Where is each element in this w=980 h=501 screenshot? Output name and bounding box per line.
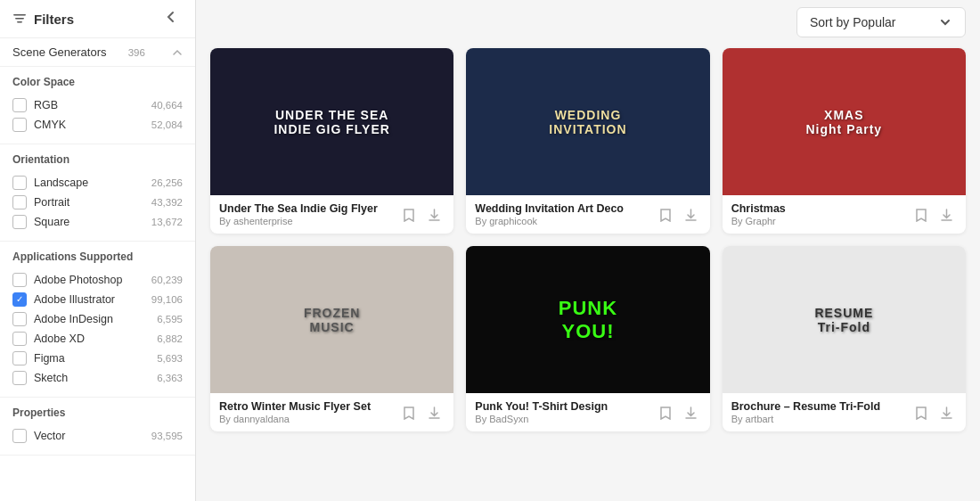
filter-label-square: Square — [34, 216, 69, 228]
card-image-card1: UNDER THE SEA INDIE GIG FLYER — [210, 48, 453, 195]
download-button-card5[interactable] — [681, 402, 701, 423]
svg-rect-1 — [15, 18, 24, 20]
filter-checkbox-landscape[interactable] — [12, 176, 27, 190]
filter-item-rgb[interactable]: RGB40,664 — [12, 95, 183, 115]
filter-checkbox-sketch[interactable] — [12, 371, 27, 385]
filter-checkbox-indesign[interactable] — [12, 312, 27, 326]
properties-items: Vector93,595 — [12, 426, 183, 446]
card-image-card3: XMAS Night Party — [723, 48, 966, 195]
properties-section: Properties Vector93,595 — [0, 398, 195, 456]
download-button-card2[interactable] — [681, 204, 701, 226]
filter-checkbox-xd[interactable] — [12, 332, 27, 346]
filter-count-indesign: 6,595 — [157, 314, 183, 324]
filter-label-illustrator: Adobe Illustrator — [34, 293, 115, 306]
filter-item-landscape[interactable]: Landscape26,256 — [12, 173, 183, 193]
download-button-card1[interactable] — [424, 204, 445, 226]
card-image-card6: RESUME Tri-Fold — [723, 246, 966, 393]
card-footer-card2: Wedding Invitation Art DecoBy graphicook — [466, 195, 709, 234]
filter-checkbox-square[interactable] — [12, 215, 27, 229]
filter-label-figma: Figma — [34, 352, 65, 365]
filter-item-left-indesign: Adobe InDesign — [12, 312, 113, 326]
cards-grid: UNDER THE SEA INDIE GIG FLYERUnder The S… — [210, 48, 966, 431]
filter-item-indesign[interactable]: Adobe InDesign6,595 — [12, 309, 183, 329]
card-image-text-card2: WEDDING INVITATION — [540, 99, 635, 145]
card-actions-card5 — [656, 402, 701, 423]
filter-item-portrait[interactable]: Portrait43,392 — [12, 193, 183, 212]
svg-rect-0 — [13, 14, 26, 16]
filter-count-cmyk: 52,084 — [151, 119, 183, 130]
card-info-card1: Under The Sea Indie Gig FlyerBy ashenter… — [219, 202, 399, 226]
bookmark-button-card3[interactable] — [911, 204, 931, 226]
filter-checkbox-cmyk[interactable] — [12, 118, 27, 132]
filter-checkbox-vector[interactable] — [12, 429, 27, 443]
filter-item-xd[interactable]: Adobe XD6,882 — [12, 329, 183, 349]
collapse-sidebar-button[interactable] — [159, 9, 183, 29]
card-actions-card3 — [911, 204, 957, 226]
download-icon — [940, 406, 953, 420]
filter-item-cmyk[interactable]: CMYK52,084 — [12, 115, 183, 135]
sidebar: Filters Scene Generators 396 Color Space… — [0, 0, 196, 501]
sidebar-title: Filters — [12, 12, 74, 27]
card-card2: WEDDING INVITATIONWedding Invitation Art… — [466, 48, 709, 234]
filter-item-figma[interactable]: Figma5,693 — [12, 349, 183, 368]
sort-dropdown[interactable]: Sort by Popular — [796, 7, 966, 37]
sidebar-header: Filters — [0, 0, 195, 38]
bookmark-icon — [403, 406, 415, 420]
filter-item-left-xd: Adobe XD — [12, 332, 85, 346]
filter-count-portrait: 43,392 — [151, 197, 183, 208]
filter-count-illustrator: 99,106 — [151, 294, 183, 305]
card-footer-card6: Brochure – Resume Tri-FoldBy artbart — [723, 393, 966, 431]
filter-item-left-sketch: Sketch — [12, 371, 68, 385]
filter-icon — [12, 12, 27, 26]
filter-checkbox-photoshop[interactable] — [12, 273, 27, 287]
filter-item-left-rgb: RGB — [12, 98, 58, 112]
download-icon — [940, 208, 953, 222]
card-info-card4: Retro Winter Music Flyer SetBy dannyalda… — [219, 400, 399, 424]
orientation-items: Landscape26,256Portrait43,392Square13,67… — [12, 173, 183, 232]
filter-label-portrait: Portrait — [34, 196, 69, 209]
filter-count-photoshop: 60,239 — [151, 275, 183, 285]
download-icon — [684, 208, 698, 222]
filter-checkbox-portrait[interactable] — [12, 195, 27, 209]
card-card3: XMAS Night PartyChristmasBy Graphr — [723, 48, 966, 234]
bookmark-button-card5[interactable] — [656, 402, 675, 423]
filter-checkbox-rgb[interactable] — [12, 98, 27, 112]
sort-bar: Sort by Popular — [210, 0, 966, 45]
card-image-text-card1: UNDER THE SEA INDIE GIG FLYER — [265, 99, 398, 145]
filter-item-left-vector: Vector — [12, 429, 65, 443]
filter-item-vector[interactable]: Vector93,595 — [12, 426, 183, 446]
filter-item-sketch[interactable]: Sketch6,363 — [12, 368, 183, 388]
card-title-card4: Retro Winter Music Flyer Set — [219, 400, 399, 413]
bookmark-button-card6[interactable] — [911, 402, 931, 423]
filter-count-vector: 93,595 — [151, 431, 183, 441]
filter-label-indesign: Adobe InDesign — [34, 313, 113, 325]
filter-checkbox-illustrator[interactable] — [12, 292, 27, 307]
card-image-text-card3: XMAS Night Party — [796, 99, 891, 145]
filter-item-photoshop[interactable]: Adobe Photoshop60,239 — [12, 270, 183, 290]
bookmark-button-card1[interactable] — [399, 204, 419, 226]
card-image-card4: FROZEN MUSIC — [210, 246, 453, 393]
card-footer-card5: Punk You! T-Shirt DesignBy BadSyxn — [466, 393, 709, 431]
filter-item-left-photoshop: Adobe Photoshop — [12, 273, 122, 287]
download-button-card4[interactable] — [424, 402, 445, 423]
applications-supported-items: Adobe Photoshop60,239Adobe Illustrator99… — [12, 270, 183, 388]
filter-label-xd: Adobe XD — [34, 333, 85, 345]
scene-generators-filter[interactable]: Scene Generators 396 — [0, 38, 195, 67]
card-actions-card2 — [656, 204, 701, 226]
card-title-card5: Punk You! T-Shirt Design — [475, 400, 655, 413]
filter-checkbox-figma[interactable] — [12, 351, 27, 365]
download-button-card3[interactable] — [936, 204, 957, 226]
filter-label-sketch: Sketch — [34, 372, 68, 384]
filter-item-left-illustrator: Adobe Illustrator — [12, 292, 115, 307]
svg-rect-2 — [17, 21, 22, 23]
download-button-card6[interactable] — [936, 402, 957, 423]
filter-item-square[interactable]: Square13,672 — [12, 212, 183, 232]
bookmark-button-card2[interactable] — [656, 204, 675, 226]
filter-count-square: 13,672 — [151, 217, 183, 227]
filter-item-illustrator[interactable]: Adobe Illustrator99,106 — [12, 290, 183, 309]
card-info-card2: Wedding Invitation Art DecoBy graphicook — [475, 202, 655, 226]
card-image-text-card5: PUNK YOU! — [550, 288, 626, 352]
bookmark-icon — [659, 406, 672, 420]
bookmark-button-card4[interactable] — [399, 402, 419, 423]
card-image-text-card6: RESUME Tri-Fold — [805, 297, 882, 343]
